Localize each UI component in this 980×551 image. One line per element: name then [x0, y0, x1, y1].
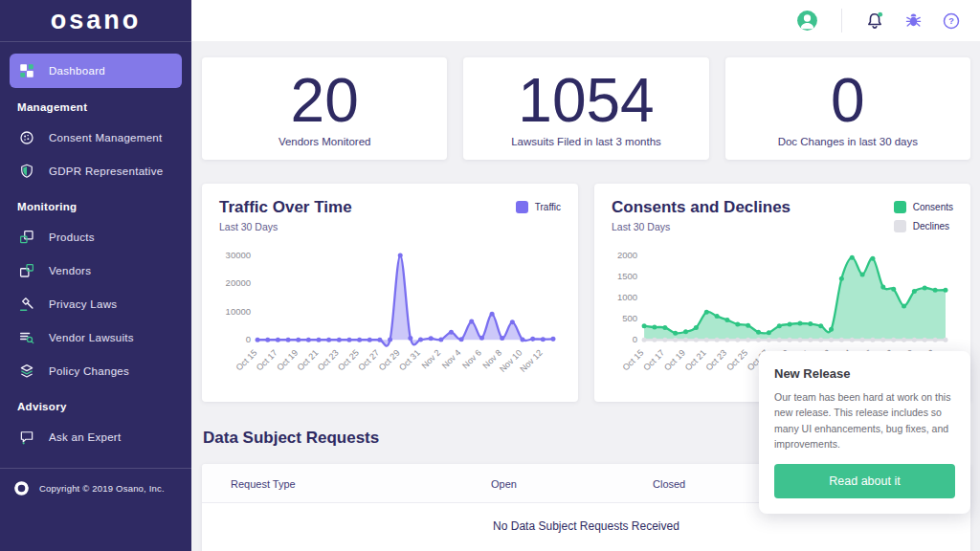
svg-text:Oct 25: Oct 25 [724, 348, 749, 373]
stat-value: 1054 [518, 70, 654, 131]
cookie-icon [17, 129, 36, 146]
user-avatar-icon[interactable] [795, 9, 819, 33]
stat-card-lawsuits-filed: 1054 Lawsuits Filed in last 3 months [463, 57, 708, 160]
legend-swatch [894, 201, 906, 213]
sidebar-item-gdpr-representative[interactable]: GDPR Representative [10, 155, 182, 187]
stat-label: Doc Changes in last 30 days [778, 136, 918, 147]
osano-mark-icon [11, 479, 31, 497]
svg-text:10000: 10000 [226, 306, 251, 317]
sidebar-item-consent-management[interactable]: Consent Management [10, 121, 182, 154]
svg-text:Oct 23: Oct 23 [704, 348, 729, 373]
chart-legend: Traffic [516, 201, 561, 213]
sidebar-item-vendors[interactable]: Vendors [10, 254, 182, 287]
svg-text:Oct 17: Oct 17 [255, 348, 279, 373]
legend-item-consents: Consents [894, 201, 953, 213]
chart-header: Consents and Declines Last 30 Days Conse… [612, 198, 953, 232]
svg-text:0: 0 [246, 334, 251, 344]
stat-value: 0 [831, 70, 865, 131]
sidebar-section-management: Management [10, 89, 182, 121]
legend-label: Traffic [535, 202, 561, 212]
popup-body: Our team has been hard at work on this n… [774, 389, 955, 452]
bug-icon[interactable] [904, 11, 923, 30]
svg-text:Oct 17: Oct 17 [641, 348, 666, 373]
sidebar-item-label: Consent Management [49, 132, 163, 143]
svg-text:Oct 21: Oct 21 [683, 348, 708, 373]
svg-text:Oct 25: Oct 25 [336, 348, 361, 373]
dashboard-grid-icon [17, 62, 36, 79]
svg-text:1000: 1000 [617, 292, 637, 302]
popup-title: New Release [774, 366, 955, 381]
stat-value: 20 [291, 70, 359, 131]
sidebar: osano Dashboard Management Consent Manag… [0, 0, 191, 551]
sidebar-section-monitoring: Monitoring [10, 188, 182, 221]
topbar: ? [191, 0, 980, 41]
layers-icon [17, 363, 36, 380]
column-header-request-type: Request Type [231, 478, 491, 490]
chart-subtitle: Last 30 Days [219, 221, 352, 232]
read-about-it-button[interactable]: Read about it [774, 464, 955, 498]
sidebar-section-advisory: Advisory [10, 388, 182, 421]
stat-label: Vendors Monitored [278, 136, 371, 147]
svg-text:?: ? [948, 16, 954, 26]
sidebar-item-vendor-lawsuits[interactable]: Vendor Lawsuits [10, 321, 182, 354]
osano-dashboard-app: osano Dashboard Management Consent Manag… [0, 0, 980, 551]
stat-card-vendors-monitored: 20 Vendors Monitored [202, 57, 447, 160]
stat-label: Lawsuits Filed in last 3 months [511, 136, 661, 147]
legend-item-traffic: Traffic [516, 201, 561, 213]
svg-text:Nov 6: Nov 6 [460, 348, 483, 371]
sidebar-item-label: Ask an Expert [49, 431, 122, 443]
shield-icon [17, 163, 36, 180]
traffic-chart-card: Traffic Over Time Last 30 Days Traffic 0… [202, 184, 578, 402]
legend-label: Consents [913, 202, 953, 212]
sidebar-item-policy-changes[interactable]: Policy Changes [10, 355, 182, 387]
column-header-closed: Closed [653, 478, 685, 490]
topbar-divider [841, 9, 842, 33]
help-icon[interactable]: ? [942, 11, 961, 31]
sidebar-item-label: Products [49, 231, 95, 243]
sidebar-item-ask-an-expert[interactable]: Ask an Expert [10, 421, 182, 453]
svg-text:Nov 12: Nov 12 [518, 348, 544, 374]
sidebar-item-label: Vendor Lawsuits [49, 332, 134, 343]
svg-text:Oct 15: Oct 15 [234, 348, 259, 373]
sidebar-item-label: Privacy Laws [49, 298, 117, 310]
svg-text:30000: 30000 [226, 250, 251, 260]
sidebar-item-label: Dashboard [49, 65, 105, 77]
chart-header: Traffic Over Time Last 30 Days Traffic [219, 198, 561, 232]
overlapping-squares-icon [17, 229, 36, 246]
svg-text:Nov 4: Nov 4 [440, 348, 463, 371]
svg-text:1500: 1500 [617, 271, 637, 281]
traffic-line-chart: 0100002000030000Oct 15Oct 17Oct 19Oct 21… [219, 246, 561, 391]
chart-legend: Consents Declines [894, 201, 953, 232]
stats-row: 20 Vendors Monitored 1054 Lawsuits Filed… [202, 57, 970, 160]
sidebar-item-label: Vendors [49, 265, 91, 276]
copyright: Copyright © 2019 Osano, Inc. [0, 469, 191, 497]
legend-item-declines: Declines [894, 220, 953, 232]
bell-icon[interactable] [864, 11, 885, 32]
svg-text:0: 0 [633, 334, 637, 344]
chat-bubble-icon [17, 429, 36, 446]
chart-subtitle: Last 30 Days [612, 221, 791, 232]
legend-label: Declines [913, 221, 949, 231]
legend-swatch [894, 220, 906, 232]
main-area: ? 20 Vendors Monitored 1054 Lawsuits Fil… [191, 0, 980, 551]
column-header-open: Open [491, 478, 653, 490]
svg-text:Oct 19: Oct 19 [275, 348, 300, 373]
sidebar-item-label: Policy Changes [49, 365, 129, 377]
sidebar-item-products[interactable]: Products [10, 221, 182, 253]
legend-swatch [516, 201, 528, 213]
chart-title: Consents and Declines [612, 198, 791, 217]
svg-text:Oct 27: Oct 27 [356, 348, 381, 373]
sidebar-item-label: GDPR Representative [49, 165, 163, 177]
svg-text:500: 500 [622, 313, 637, 323]
sidebar-item-privacy-laws[interactable]: Privacy Laws [10, 288, 182, 320]
svg-text:Oct 15: Oct 15 [621, 348, 646, 373]
copyright-text: Copyright © 2019 Osano, Inc. [39, 483, 165, 494]
osano-logo: osano [0, 0, 191, 41]
overlapping-squares-alt-icon [17, 262, 36, 279]
gavel-icon [17, 296, 36, 313]
svg-text:Oct 19: Oct 19 [662, 348, 687, 373]
svg-text:20000: 20000 [226, 277, 251, 288]
chart-title: Traffic Over Time [219, 198, 352, 217]
stat-card-doc-changes: 0 Doc Changes in last 30 days [725, 57, 970, 160]
sidebar-item-dashboard[interactable]: Dashboard [10, 54, 182, 88]
